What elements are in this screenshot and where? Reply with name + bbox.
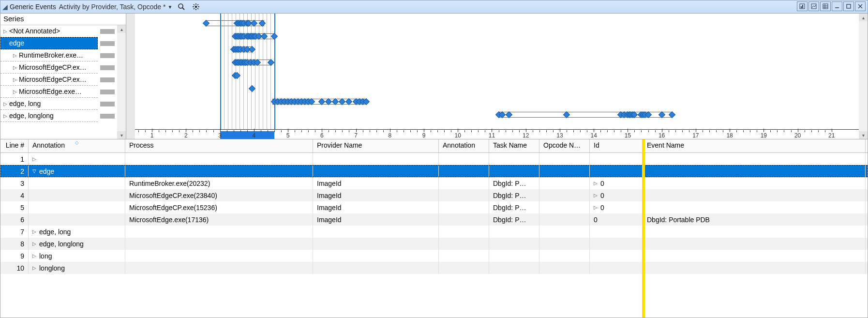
selection-region[interactable] (220, 131, 274, 139)
chart-lane (135, 109, 859, 121)
col-event[interactable]: Event Name (643, 139, 866, 152)
col-opcode[interactable]: Opcode N… (539, 139, 590, 152)
cell-annotation-text: long (39, 252, 52, 260)
table-row[interactable]: 10▷longlong (0, 262, 868, 274)
event-marker[interactable] (249, 85, 255, 92)
axis-tick-label: 2 (184, 132, 188, 139)
cell-annotation: ▽edge (29, 165, 125, 177)
table-row[interactable]: 5MicrosoftEdgeCP.exe (15236)ImageIdDbgId… (0, 201, 868, 213)
cell-annotation: ▷ (29, 153, 125, 165)
series-item-label: edge, longlong (9, 112, 54, 120)
cell-process: MicrosoftEdgeCP.exe (23840) (125, 189, 313, 201)
series-item[interactable]: ▷MicrosoftEdgeCP.ex… (0, 61, 98, 74)
series-item-minibar (98, 98, 117, 110)
timeline-chart[interactable]: 123456789101112131415161718192021 ▴ ▾ (126, 14, 868, 139)
expand-icon[interactable]: ▷ (32, 253, 38, 258)
preset-dropdown-icon[interactable]: ▼ (167, 4, 172, 10)
axis-tick-label: 8 (388, 132, 391, 139)
search-icon[interactable] (176, 1, 187, 12)
expand-icon[interactable]: ▷ (32, 241, 38, 246)
col-provider[interactable]: Provider Name (313, 139, 439, 152)
chevron-right-icon[interactable]: ▷ (12, 77, 18, 82)
freeze-divider[interactable] (642, 139, 645, 318)
series-item-label: RuntimeBroker.exe… (19, 51, 83, 59)
close-icon[interactable] (855, 1, 866, 11)
expand-icon[interactable]: ▷ (32, 265, 38, 271)
chevron-right-icon[interactable]: ▷ (12, 53, 18, 58)
cell-task (489, 238, 539, 250)
table-row[interactable]: 1▷ (0, 153, 868, 165)
scroll-up-icon[interactable]: ▴ (859, 14, 868, 21)
collapse-triangle-icon[interactable]: ◢ (2, 3, 8, 11)
table-row[interactable]: 7▷edge, long (0, 226, 868, 238)
gear-icon[interactable] (191, 1, 201, 12)
col-process[interactable]: Process (125, 139, 313, 152)
series-item[interactable]: ▷edge, long (0, 98, 98, 110)
cell-process: MicrosoftEdge.exe (17136) (125, 213, 313, 226)
chart-scrollbar[interactable]: ▴ ▾ (859, 14, 868, 139)
table-row[interactable]: 4MicrosoftEdgeCP.exe (23840)ImageIdDbgId… (0, 189, 868, 201)
cell-id (590, 250, 643, 262)
expand-icon[interactable]: ▽ (32, 168, 38, 174)
series-item[interactable]: ▽edge (0, 37, 98, 49)
table-view-icon[interactable] (820, 1, 831, 11)
series-item[interactable]: ▷MicrosoftEdge.exe… (0, 86, 98, 98)
table-row[interactable]: 3RuntimeBroker.exe (20232)ImageIdDbgId: … (0, 177, 868, 189)
chart-lane (135, 96, 859, 108)
series-scrollbar[interactable]: ▴ ▾ (117, 25, 126, 139)
scroll-down-icon[interactable]: ▾ (117, 131, 126, 139)
expand-icon[interactable]: ▷ (594, 181, 599, 186)
series-item[interactable]: ▷MicrosoftEdgeCP.ex… (0, 74, 98, 86)
table-row[interactable]: 2▽edge (0, 165, 868, 177)
series-item[interactable]: ▷RuntimeBroker.exe… (0, 49, 98, 61)
series-list: ▷<Not Annotated>▽edge▷RuntimeBroker.exe…… (0, 25, 126, 139)
expand-icon[interactable]: ▷ (32, 156, 38, 162)
expand-icon[interactable]: ▷ (32, 229, 38, 234)
cell-task (489, 226, 539, 238)
cell-annotation2 (439, 250, 489, 262)
table-row[interactable]: 8▷edge, longlong (0, 238, 868, 250)
graph-view-icon[interactable] (808, 1, 819, 11)
series-item-label: <Not Annotated> (9, 27, 60, 35)
maximize-icon[interactable] (843, 1, 854, 11)
axis-tick-label: 4 (252, 132, 255, 139)
chart-view-icon[interactable] (797, 1, 808, 11)
cell-opcode (539, 165, 590, 177)
minimize-icon[interactable] (832, 1, 842, 11)
col-annotation2[interactable]: Annotation (439, 139, 489, 152)
cell-task (489, 250, 539, 262)
series-panel: Series ▷<Not Annotated>▽edge▷RuntimeBrok… (0, 14, 126, 139)
chevron-right-icon[interactable]: ▷ (12, 89, 18, 94)
series-item[interactable]: ▷<Not Annotated> (0, 25, 98, 37)
cell-provider: ImageId (313, 189, 439, 201)
cell-task (489, 262, 539, 274)
table-row[interactable]: 6MicrosoftEdge.exe (17136)ImageIdDbgId: … (0, 213, 868, 226)
col-line[interactable]: Line # (0, 139, 29, 152)
cell-provider: ImageId (313, 201, 439, 213)
cell-process (125, 238, 313, 250)
col-id[interactable]: Id (590, 139, 643, 152)
cell-annotation (29, 201, 125, 213)
svg-line-10 (197, 4, 198, 5)
cell-opcode (539, 153, 590, 165)
chevron-right-icon[interactable]: ▷ (2, 29, 8, 34)
chevron-right-icon[interactable]: ▷ (12, 65, 18, 70)
svg-rect-15 (823, 4, 828, 9)
cell-annotation: ▷long (29, 250, 125, 262)
expand-icon[interactable]: ▷ (594, 193, 599, 198)
col-task[interactable]: Task Name (489, 139, 539, 152)
svg-line-9 (194, 8, 195, 9)
chevron-right-icon[interactable]: ▷ (2, 101, 8, 106)
axis-tick-label: 20 (794, 132, 801, 139)
expand-icon[interactable]: ▷ (594, 205, 599, 210)
scroll-down-icon[interactable]: ▾ (859, 131, 868, 139)
chevron-right-icon[interactable]: ▷ (2, 113, 8, 119)
series-item[interactable]: ▷edge, longlong (0, 110, 98, 122)
series-item-label: MicrosoftEdgeCP.ex… (19, 63, 87, 71)
svg-point-0 (179, 4, 183, 8)
table-row[interactable]: 9▷long (0, 250, 868, 262)
col-annotation[interactable]: Annotation (29, 139, 125, 152)
chevron-down-icon[interactable]: ▽ (2, 41, 8, 46)
series-item-minibar (98, 86, 117, 98)
scroll-up-icon[interactable]: ▴ (117, 25, 126, 33)
